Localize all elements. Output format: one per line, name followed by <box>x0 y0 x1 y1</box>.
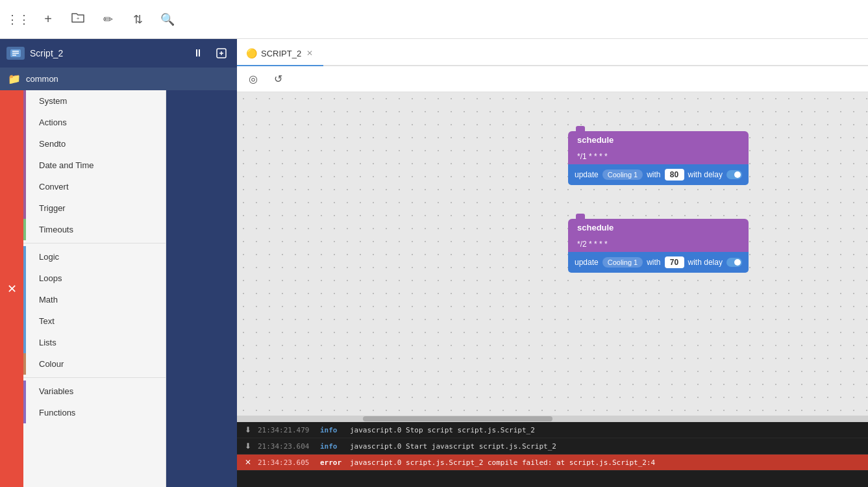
log-scroll-btn-1[interactable]: ⬇ <box>242 424 254 436</box>
update-label-1: update <box>575 170 599 179</box>
text-label: Text <box>39 316 55 326</box>
palette-close-button[interactable]: ✕ <box>0 90 23 487</box>
add-icon: + <box>44 12 52 27</box>
log-entry-2: ⬇ 21:34:23.604 info javascript.0 Start j… <box>237 438 868 455</box>
log-scroll-btn-2[interactable]: ⬇ <box>242 440 254 452</box>
script-tab[interactable]: 🟡 SCRIPT_2 ✕ <box>237 42 323 66</box>
folder-add-icon: + <box>71 12 85 27</box>
colour-label: Colour <box>39 359 64 369</box>
lists-label: Lists <box>39 338 56 347</box>
search-icon: 🔍 <box>160 12 175 27</box>
palette-divider-1 <box>23 243 166 244</box>
log-time-1: 21:34:21.479 <box>258 426 316 434</box>
palette-item-timeouts[interactable]: Timeouts <box>23 219 166 240</box>
log-level-2: info <box>320 442 346 451</box>
cron-block-1[interactable]: */1 * * * * <box>568 149 749 164</box>
blockly-canvas[interactable]: schedule */1 * * * * update Cooling 1 wi… <box>237 92 868 422</box>
sort-button[interactable]: ⇅ <box>126 8 149 31</box>
log-panel: ⬇ 21:34:21.479 info javascript.0 Stop sc… <box>237 422 868 487</box>
refresh-icon: ↺ <box>274 73 282 85</box>
drag-handle-button[interactable]: ⋮⋮ <box>6 8 30 31</box>
tab-bar: 🟡 SCRIPT_2 ✕ <box>237 39 868 66</box>
log-msg-1: javascript.0 Stop script script.js.Scrip… <box>350 426 863 434</box>
schedule-label-2: schedule <box>577 223 614 232</box>
edit-icon: ✏ <box>103 12 113 27</box>
schedule-block-1[interactable]: schedule <box>568 131 749 149</box>
log-level-3: error <box>320 458 346 467</box>
target-button[interactable]: ◎ <box>243 69 263 89</box>
delay-label-2: with delay <box>688 258 723 267</box>
log-time-3: 21:34:23.605 <box>258 458 316 467</box>
variables-label: Variables <box>39 386 73 396</box>
add-button[interactable]: + <box>36 8 60 31</box>
script-name: Script_2 <box>30 48 184 58</box>
sidebar-header: Script_2 ⏸ <box>0 39 237 68</box>
log-level-1: info <box>320 426 346 434</box>
edit-button[interactable]: ✏ <box>96 8 119 31</box>
canvas-area: 🟡 SCRIPT_2 ✕ ◎ ↺ schedule */1 * * * * <box>237 39 868 487</box>
block-group-1: schedule */1 * * * * update Cooling 1 wi… <box>568 131 749 185</box>
sidebar-folder-common[interactable]: 📁 common <box>0 68 237 90</box>
log-entry-3: ✕ 21:34:23.605 error javascript.0 script… <box>237 455 868 471</box>
palette-item-lists[interactable]: Lists <box>23 332 166 353</box>
main-area: Script_2 ⏸ 📁 common ✕ System Action <box>0 39 868 487</box>
sendto-label: Sendto <box>39 139 66 149</box>
export-button[interactable] <box>212 44 230 62</box>
palette-item-datetime[interactable]: Date and Time <box>23 155 166 176</box>
svg-text:+: + <box>77 16 80 21</box>
dots-icon: ⋮⋮ <box>6 12 30 27</box>
palette-item-convert[interactable]: Convert <box>23 176 166 197</box>
palette-item-functions[interactable]: Functions <box>23 402 166 423</box>
tab-icon: 🟡 <box>246 48 257 58</box>
palette-item-logic[interactable]: Logic <box>23 246 166 268</box>
delay-toggle-2[interactable] <box>726 258 742 267</box>
horizontal-scrollbar[interactable] <box>237 416 868 422</box>
schedule-label-1: schedule <box>577 135 614 145</box>
palette-item-system[interactable]: System <box>23 90 166 112</box>
trigger-label: Trigger <box>39 203 66 213</box>
update-block-1[interactable]: update Cooling 1 with 80 with delay <box>568 164 749 185</box>
palette-divider-2 <box>23 377 166 378</box>
log-time-2: 21:34:23.604 <box>258 442 316 451</box>
cron-block-2[interactable]: */2 * * * * <box>568 236 749 252</box>
sort-icon: ⇅ <box>133 12 143 27</box>
device-pill-2: Cooling 1 <box>602 257 643 268</box>
script-icon <box>6 47 25 60</box>
logic-label: Logic <box>39 252 59 262</box>
palette-item-math[interactable]: Math <box>23 289 166 310</box>
search-button[interactable]: 🔍 <box>156 8 179 31</box>
convert-label: Convert <box>39 182 69 192</box>
folder-icon: 📁 <box>8 73 21 85</box>
log-msg-2: javascript.0 Start javascript script.js.… <box>350 442 863 451</box>
update-block-2[interactable]: update Cooling 1 with 70 with delay <box>568 252 749 273</box>
value-pill-1: 80 <box>665 169 684 181</box>
add-folder-button[interactable]: + <box>66 8 90 31</box>
datetime-label: Date and Time <box>39 160 94 170</box>
palette-item-sendto[interactable]: Sendto <box>23 133 166 155</box>
pause-button[interactable]: ⏸ <box>189 44 207 62</box>
log-close-btn-3[interactable]: ✕ <box>242 456 254 468</box>
math-label: Math <box>39 295 58 305</box>
palette-item-text[interactable]: Text <box>23 310 166 332</box>
target-icon: ◎ <box>249 73 258 85</box>
schedule-block-2[interactable]: schedule <box>568 219 749 236</box>
refresh-button[interactable]: ↺ <box>268 69 288 89</box>
with-label-1: with <box>647 170 660 179</box>
canvas-toolbar: ◎ ↺ <box>237 66 868 92</box>
tab-close-button[interactable]: ✕ <box>305 47 314 59</box>
cron-value-2: */2 * * * * <box>577 240 608 249</box>
log-msg-3: javascript.0 script.js.Script_2 compile … <box>350 458 863 467</box>
palette-item-variables[interactable]: Variables <box>23 381 166 402</box>
palette-item-loops[interactable]: Loops <box>23 268 166 289</box>
device-pill-1: Cooling 1 <box>602 169 643 180</box>
tab-label: SCRIPT_2 <box>261 49 301 58</box>
palette-wrapper: ✕ System Actions Sendto Date and Time Co… <box>0 90 237 487</box>
left-sidebar: Script_2 ⏸ 📁 common ✕ System Action <box>0 39 237 487</box>
palette-item-actions[interactable]: Actions <box>23 112 166 133</box>
palette-item-trigger[interactable]: Trigger <box>23 197 166 219</box>
delay-toggle-1[interactable] <box>726 170 742 179</box>
actions-label: Actions <box>39 118 67 127</box>
palette-item-colour[interactable]: Colour <box>23 353 166 375</box>
functions-label: Functions <box>39 408 75 418</box>
timeouts-label: Timeouts <box>39 225 73 234</box>
